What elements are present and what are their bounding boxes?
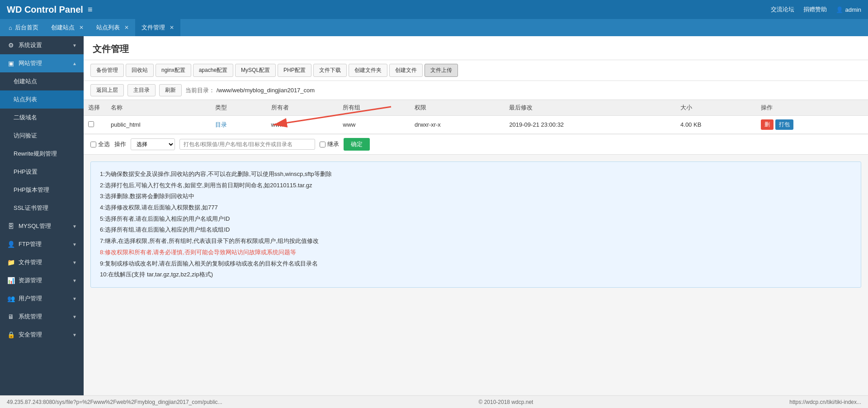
sidebar-item-second-domain[interactable]: 二级域名 [0,109,84,127]
tab-create-site[interactable]: 创建站点 ✕ [45,19,90,36]
sidebar-item-ftp-manage-label: FTP管理 [19,240,42,248]
sidebar-item-file-manage[interactable]: 📁 文件管理 ▼ [0,253,84,271]
row-group: www [343,121,355,128]
apache-config-button[interactable]: apache配置 [193,64,233,77]
home-dir-button[interactable]: 主目录 [127,84,156,96]
resource-icon: 📊 [7,277,15,284]
sidebar-item-site-list-label: 站点列表 [14,95,37,104]
tab-create-site-close[interactable]: ✕ [79,24,84,31]
file-table: 选择 名称 类型 所有者 所有组 权限 最后修改 大小 操作 [84,100,868,134]
sidebar-item-mysql-manage[interactable]: 🗄 MYSQL管理 ▼ [0,217,84,235]
refresh-button[interactable]: 刷新 [159,84,182,96]
sidebar-item-website-manage[interactable]: ▣ 网站管理 ▲ [0,54,84,72]
nav-tabs-bar: ⌂ 后台首页 创建站点 ✕ 站点列表 ✕ 文件管理 ✕ [0,19,868,36]
admin-user: 👤 admin [836,6,861,13]
main-layout: ⚙ 系统设置 ▼ ▣ 网站管理 ▲ 创建站点 站点列表 二级域名 访问验证 Re… [0,36,868,408]
delete-button[interactable]: 删 [761,119,774,130]
row-checkbox[interactable] [88,121,94,127]
sidebar-item-php-version[interactable]: PHP版本管理 [0,181,84,199]
row-permissions: drwxr-xr-x [415,121,441,128]
current-path: 当前目录： /www/web/myblog_dingjian2017_com [185,86,315,95]
info-line-5: 6:选择所有组,请在后面输入相应的用户组名或组ID [100,224,852,236]
menu-icon[interactable]: ≡ [88,5,93,14]
recycle-button[interactable]: 回收站 [126,64,154,77]
sidebar-item-ssl-cert-label: SSL证书管理 [14,204,48,212]
col-last-modified: 最后修改 [505,100,676,116]
sidebar-item-ftp-manage-inner: 👤 FTP管理 [7,240,42,248]
row-group-cell: www [338,116,410,134]
sidebar-item-security-manage[interactable]: 🔒 安全管理 ▼ [0,326,84,344]
sidebar-item-system-settings[interactable]: ⚙ 系统设置 ▼ [0,36,84,54]
info-line-1: 2:选择打包后,可输入打包文件名,如留空,则用当前日期时间命名,如2011011… [100,180,852,191]
row-type-cell: 目录 [211,116,267,134]
col-type: 类型 [211,100,267,116]
mysql-config-button[interactable]: MySQL配置 [235,64,276,77]
chevron-down-icon-user: ▼ [72,296,77,301]
chevron-up-icon: ▲ [72,61,77,66]
header-left: WD Control Panel ≡ [7,5,92,15]
sidebar-item-ftp-manage[interactable]: 👤 FTP管理 ▼ [0,235,84,253]
sidebar-item-security-manage-inner: 🔒 安全管理 [7,331,42,339]
path-input[interactable] [179,139,315,150]
create-file-button[interactable]: 创建文件 [389,64,423,77]
tab-site-list-label: 站点列表 [96,24,120,32]
nginx-config-button[interactable]: nginx配置 [156,64,191,77]
table-section: 选择 名称 类型 所有者 所有组 权限 最后修改 大小 操作 [84,100,868,134]
sidebar-item-resource-manage[interactable]: 📊 资源管理 ▼ [0,271,84,289]
php-config-button[interactable]: PHP配置 [278,64,311,77]
tab-file-manager[interactable]: 文件管理 ✕ [135,19,180,36]
file-upload-button[interactable]: 文件上传 [425,64,458,77]
sidebar-item-file-manage-label: 文件管理 [19,258,42,266]
select-all-checkbox[interactable] [90,142,96,147]
tab-site-list-close[interactable]: ✕ [124,24,129,31]
pack-button[interactable]: 打包 [775,119,793,130]
create-folder-button[interactable]: 创建文件夹 [349,64,387,77]
info-box: 1:为确保数据安全及误操作,回收站的内容,不可以在此删除,可以使用ssh,win… [90,161,861,288]
col-group: 所有组 [338,100,410,116]
sidebar-item-rewrite-rules-label: Rewrite规则管理 [14,150,57,158]
row-size: 4.00 KB [680,121,701,128]
sidebar-item-system-manage[interactable]: 🖥 系统管理 ▼ [0,308,84,326]
file-download-button[interactable]: 文件下载 [313,64,347,77]
sidebar-item-create-site[interactable]: 创建站点 [0,72,84,90]
forum-link[interactable]: 交流论坛 [771,5,794,14]
current-path-value: /www/web/myblog_dingjian2017_com [217,87,315,94]
database-icon: 🗄 [7,223,15,230]
row-type-link[interactable]: 目录 [215,121,227,128]
lock-icon: 🔒 [7,331,15,338]
backup-manage-button[interactable]: 备份管理 [90,64,124,77]
confirm-button[interactable]: 确定 [344,138,370,151]
sidebar-item-php-settings-label: PHP设置 [14,168,38,176]
tab-file-manager-close[interactable]: ✕ [170,24,174,31]
donate-link[interactable]: 捐赠赞助 [803,5,827,14]
sidebar-item-php-settings[interactable]: PHP设置 [0,163,84,181]
chevron-down-icon-security: ▼ [72,332,77,337]
info-line-4: 5:选择所有者,请在后面输入相应的用户名或用户ID [100,213,852,225]
sidebar-item-access-verify[interactable]: 访问验证 [0,127,84,145]
row-operations-cell: 删 打包 [756,116,868,134]
tab-site-list[interactable]: 站点列表 ✕ [90,19,135,36]
chevron-down-icon: ▼ [72,43,77,48]
sidebar-item-rewrite-rules[interactable]: Rewrite规则管理 [0,145,84,163]
inherit-checkbox[interactable] [320,142,326,147]
sidebar-item-ssl-cert[interactable]: SSL证书管理 [0,199,84,217]
col-size: 大小 [676,100,756,116]
operation-select[interactable]: 选择 删除 复制 移动 重命名 修改权限 修改所有者 修改所有组 打包 [131,138,175,150]
inherit-text: 继承 [327,140,339,148]
header-right: 交流论坛 捐赠赞助 👤 admin [771,5,861,14]
col-operations: 操作 [756,100,868,116]
footer-right: https://wdcp.cn/tiki/tiki-index... [789,399,861,405]
sidebar-item-site-list[interactable]: 站点列表 [0,90,84,109]
sidebar-item-user-manage[interactable]: 👥 用户管理 ▼ [0,289,84,308]
system-icon: 🖥 [7,313,15,320]
chevron-down-icon-system: ▼ [72,314,77,319]
tab-dashboard-label: 后台首页 [15,24,38,32]
row-size-cell: 4.00 KB [676,116,756,134]
current-path-label: 当前目录： [185,87,215,94]
chevron-down-icon-ftp: ▼ [72,242,77,247]
go-up-button[interactable]: 返回上层 [90,84,124,96]
operation-label: 操作 [114,140,126,148]
col-name: 名称 [106,100,211,116]
row-checkbox-cell [84,116,106,134]
tab-dashboard[interactable]: ⌂ 后台首页 [2,19,45,36]
